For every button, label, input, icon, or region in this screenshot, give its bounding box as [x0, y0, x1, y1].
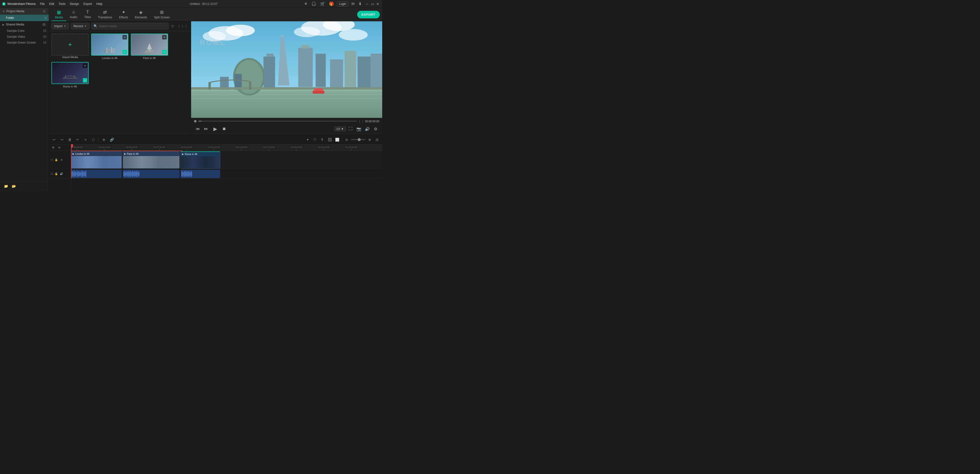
stop-button[interactable]: ⏹: [221, 125, 228, 132]
snapping-controls: ⊞ ⊛: [51, 145, 62, 150]
sun-icon[interactable]: ☀: [303, 1, 309, 6]
timeline: ↩ ↪ 🗑 ✂ ≡ ⬡ ⊕ 🔗 ✦ 🛡 🎙 ⬛ ⬜ ⊖: [49, 135, 382, 191]
svg-rect-5: [113, 48, 115, 53]
play-button[interactable]: ▶: [211, 124, 220, 133]
collapse-button[interactable]: ⊟: [374, 137, 380, 143]
sidebar-item-sample-color[interactable]: Sample Color 25: [0, 28, 49, 34]
tab-split-screen[interactable]: ⊞ Split Screen: [150, 8, 173, 21]
snap-icon2[interactable]: ⊛: [57, 145, 62, 150]
redo-button[interactable]: ↪: [59, 137, 65, 143]
menu-edit[interactable]: Edit: [47, 2, 56, 6]
search-input[interactable]: [99, 24, 166, 28]
step-back-button[interactable]: ⏮: [194, 125, 201, 132]
tab-titles[interactable]: T Titles: [81, 8, 94, 21]
record-dropdown[interactable]: Record ▼: [71, 23, 89, 29]
sidebar-item-shared-media[interactable]: ▶ Shared Media 0: [0, 21, 49, 28]
sidebar-item-sample-video[interactable]: Sample Video 20: [0, 34, 49, 40]
audio-waveform-rome[interactable]: [181, 170, 220, 178]
clip-video-icon: ▶: [73, 153, 74, 155]
menu-export[interactable]: Export: [81, 2, 94, 6]
zoom-slider[interactable]: [351, 139, 366, 140]
zoom-out-button[interactable]: ⊖: [344, 137, 350, 143]
ripple-button[interactable]: ⬡: [90, 137, 97, 143]
audio-track-lock-icon[interactable]: 🔓: [54, 172, 59, 176]
undo-button[interactable]: ↩: [51, 137, 57, 143]
clip-rome-header: ▶ Rome in 4K: [181, 152, 220, 156]
shopping-icon[interactable]: 🛒: [319, 1, 326, 6]
media-item-paris[interactable]: ⊞ ✓ Paris in 4K: [131, 33, 168, 59]
zoom-in-button[interactable]: ⊕: [366, 137, 373, 143]
sidebar-item-project-media[interactable]: ▼ Project Media 3: [0, 8, 49, 15]
export-button[interactable]: EXPORT: [357, 11, 380, 18]
login-button[interactable]: Login: [337, 2, 348, 6]
notification-icon[interactable]: ✉: [350, 1, 355, 6]
link-button[interactable]: 🔗: [108, 137, 115, 143]
svg-rect-21: [191, 88, 382, 118]
filter-icon[interactable]: ▽: [170, 24, 175, 29]
menu-help[interactable]: Help: [94, 2, 104, 6]
clip-london[interactable]: ▶ London in 4K: [71, 151, 122, 169]
progress-track[interactable]: [199, 121, 357, 121]
rome-thumb[interactable]: ⊞ ✓: [51, 62, 89, 84]
headphone-icon[interactable]: 🎧: [310, 1, 317, 6]
minimize-button[interactable]: ─: [364, 2, 369, 6]
svg-point-19: [294, 27, 320, 37]
mask-button[interactable]: 🛡: [312, 137, 318, 143]
maximize-button[interactable]: ▭: [370, 2, 375, 6]
clip-paris-header: ▶ Paris in 4K: [123, 152, 179, 156]
import-dropdown[interactable]: Import ▼: [51, 23, 69, 29]
menu-tools[interactable]: Tools: [57, 2, 67, 6]
menu-file[interactable]: File: [38, 2, 46, 6]
svg-rect-24: [191, 99, 382, 99]
waveform-bars-rome: [181, 170, 220, 178]
import-media-item[interactable]: + Import Media: [51, 33, 89, 59]
tab-media[interactable]: ▦ Media: [51, 8, 67, 21]
paris-label: Paris in 4K: [131, 57, 168, 59]
window-controls: ─ ▭ ✕: [364, 2, 380, 6]
delete-button[interactable]: 🗑: [67, 137, 73, 143]
london-thumb[interactable]: ⊞ ✓: [91, 33, 128, 56]
track-lock-icon[interactable]: 🔓: [54, 158, 59, 162]
download-icon[interactable]: ⬇: [358, 1, 363, 6]
tab-elements[interactable]: ◈ Elements: [131, 8, 150, 21]
grid-options-icon[interactable]: ⋮⋮⋮: [177, 24, 188, 29]
sidebar-folder-item[interactable]: Folder 3: [0, 15, 49, 21]
media-item-rome[interactable]: ⊞ ✓ Rome in 4K: [51, 62, 89, 88]
menu-design[interactable]: Design: [68, 2, 81, 6]
timeline-scroll-area[interactable]: 00:00:00:00 00:02:30:00 00:05:00:00: [71, 144, 382, 191]
import-folder-button[interactable]: 📂: [10, 183, 17, 189]
audio-waveform-paris[interactable]: [123, 170, 180, 178]
snap-icon1[interactable]: ⊞: [51, 145, 56, 150]
sidebar-item-sample-green-screen[interactable]: Sample Green Screen 16: [0, 40, 49, 46]
motion-effect-button[interactable]: ✦: [304, 137, 311, 143]
snap-button[interactable]: ⬜: [334, 137, 340, 143]
add-track-button[interactable]: ⊕: [101, 137, 107, 143]
camera-snapshot-button[interactable]: 📷: [355, 125, 363, 132]
progress-dot[interactable]: [194, 120, 196, 122]
media-item-london[interactable]: ⊞ ✓ London in 4K: [91, 33, 128, 59]
clip-paris[interactable]: ▶ Paris in 4K: [123, 151, 180, 169]
import-placeholder[interactable]: +: [51, 33, 89, 56]
subtitle-button[interactable]: ⬛: [326, 137, 333, 143]
tab-audio[interactable]: ♫ Audio: [67, 8, 81, 21]
sample-color-label: Sample Color: [7, 29, 25, 33]
clip-rome[interactable]: ▶ Rome in 4K: [181, 151, 220, 169]
audio-mute-icon[interactable]: 🔊: [59, 172, 64, 176]
voiceover-button[interactable]: 🎙: [319, 137, 326, 143]
frame-back-button[interactable]: ⏭: [202, 125, 210, 132]
settings-button[interactable]: ⚙: [372, 125, 379, 132]
tab-effects[interactable]: ✦ Effects: [116, 8, 131, 21]
gift-icon[interactable]: 🎁: [328, 1, 335, 6]
close-button[interactable]: ✕: [375, 2, 380, 6]
audio-waveform-london[interactable]: [71, 170, 122, 178]
quality-selector[interactable]: 1/2 ▼: [334, 126, 346, 131]
full-screen-button[interactable]: ⛶: [347, 125, 354, 132]
cut-button[interactable]: ✂: [75, 137, 81, 143]
rome-check-icon: ✓: [83, 78, 87, 83]
paris-thumb[interactable]: ⊞ ✓: [131, 33, 168, 56]
volume-button[interactable]: 🔊: [364, 125, 371, 132]
tab-transitions[interactable]: ⇄ Transitions: [95, 8, 116, 21]
track-visible-icon[interactable]: 👁: [59, 158, 64, 162]
new-folder-button[interactable]: 📁: [2, 183, 9, 189]
adjust-button[interactable]: ≡: [82, 137, 89, 143]
